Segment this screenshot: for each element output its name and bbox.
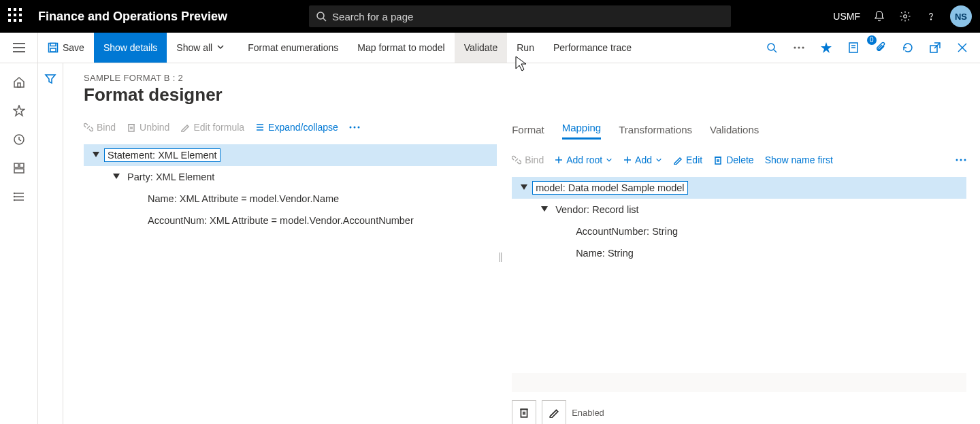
page-icon[interactable] xyxy=(844,38,863,57)
mapping-bind-button[interactable]: Bind xyxy=(512,154,544,165)
tree-row[interactable]: AccountNum: XML Attribute = model.Vendor… xyxy=(84,210,497,231)
bind-button[interactable]: Bind xyxy=(84,122,116,133)
more-horizontal-icon[interactable] xyxy=(789,38,808,57)
mapping-more-icon[interactable] xyxy=(956,159,966,161)
svg-point-21 xyxy=(794,46,796,48)
tree-caret-icon[interactable] xyxy=(536,204,553,215)
show-all-label: Show all xyxy=(176,42,212,53)
tree-row[interactable]: Party: XML Element xyxy=(84,166,497,188)
format-tree-toolbar: Bind Unbind Edit formula Expand/collapse xyxy=(84,115,497,140)
svg-point-11 xyxy=(904,15,907,18)
avatar[interactable]: NS xyxy=(950,5,972,27)
global-search[interactable]: Search for a page xyxy=(309,5,731,27)
edit-formula-button[interactable]: Edit formula xyxy=(180,122,244,133)
tree-row[interactable]: AccountNumber: String xyxy=(512,221,966,242)
svg-point-9 xyxy=(317,12,324,19)
attachments-icon[interactable]: 0 xyxy=(871,38,890,57)
tree-caret-icon[interactable] xyxy=(516,182,532,193)
unbind-button[interactable]: Unbind xyxy=(127,122,169,133)
workspaces-icon[interactable] xyxy=(12,161,26,175)
svg-rect-35 xyxy=(14,163,18,167)
tree-row[interactable]: Vendor: Record list xyxy=(512,199,966,221)
footer-edit-icon[interactable] xyxy=(542,400,566,424)
svg-rect-6 xyxy=(8,19,11,22)
svg-point-53 xyxy=(353,127,355,129)
svg-point-41 xyxy=(14,193,14,194)
attachments-badge: 0 xyxy=(867,35,877,45)
show-details-button[interactable]: Show details xyxy=(94,33,167,63)
svg-point-52 xyxy=(349,127,351,129)
svg-rect-8 xyxy=(19,19,22,22)
show-name-first-button[interactable]: Show name first xyxy=(765,154,833,165)
popout-icon[interactable] xyxy=(926,38,945,57)
run-button[interactable]: Run xyxy=(507,33,544,63)
tree-row[interactable]: Statement: XML Element xyxy=(84,144,497,166)
svg-marker-44 xyxy=(46,75,55,83)
format-tree[interactable]: Statement: XML ElementParty: XML Element… xyxy=(84,144,497,231)
svg-marker-55 xyxy=(93,152,99,157)
close-icon[interactable] xyxy=(953,38,972,57)
svg-rect-70 xyxy=(521,409,527,417)
footer-delete-icon[interactable] xyxy=(512,400,536,424)
format-enumerations-button[interactable]: Format enumerations xyxy=(238,33,348,63)
refresh-icon[interactable] xyxy=(898,38,917,57)
expand-collapse-label: Expand/collapse xyxy=(268,122,338,133)
tab-format[interactable]: Format xyxy=(512,124,544,140)
legal-entity[interactable]: USMF xyxy=(833,11,860,22)
svg-rect-17 xyxy=(50,44,56,46)
home-icon[interactable] xyxy=(12,76,26,89)
modules-icon[interactable] xyxy=(12,190,26,203)
recent-icon[interactable] xyxy=(12,133,26,146)
svg-rect-3 xyxy=(8,14,11,16)
left-nav-rail xyxy=(0,63,38,424)
save-button[interactable]: Save xyxy=(38,33,94,63)
delete-label: Delete xyxy=(726,154,753,165)
tree-row[interactable]: Name: String xyxy=(512,242,966,264)
filter-icon[interactable] xyxy=(44,73,56,424)
page-title: Format designer xyxy=(84,84,966,105)
svg-marker-33 xyxy=(14,105,24,116)
tree-node-label: Vendor: Record list xyxy=(553,203,642,216)
gear-icon[interactable] xyxy=(898,10,912,23)
save-button-label: Save xyxy=(63,42,84,53)
tab-validations[interactable]: Validations xyxy=(710,124,759,140)
add-root-button[interactable]: Add root xyxy=(555,154,612,165)
tree-row[interactable]: Name: XML Attribute = model.Vendor.Name xyxy=(84,188,497,210)
hamburger-icon[interactable] xyxy=(0,33,38,63)
performance-trace-button[interactable]: Performance trace xyxy=(544,33,641,63)
svg-marker-69 xyxy=(541,206,548,212)
right-tabs: Format Mapping Transformations Validatio… xyxy=(512,115,966,140)
add-button[interactable]: Add xyxy=(623,154,662,165)
add-label: Add xyxy=(635,154,652,165)
more-icon[interactable] xyxy=(349,126,360,129)
delete-button[interactable]: Delete xyxy=(713,154,753,165)
star-icon[interactable] xyxy=(12,104,26,118)
search-placeholder: Search for a page xyxy=(332,11,413,22)
find-icon[interactable] xyxy=(762,38,781,57)
help-icon[interactable] xyxy=(924,10,938,23)
mapping-footer: Enabled xyxy=(512,396,966,424)
tree-caret-icon[interactable] xyxy=(108,172,125,182)
splitter[interactable]: ‖ xyxy=(497,115,504,424)
show-all-button[interactable]: Show all xyxy=(167,33,238,63)
bell-icon[interactable] xyxy=(872,10,886,23)
expand-collapse-button[interactable]: Expand/collapse xyxy=(255,122,338,133)
svg-point-22 xyxy=(798,46,800,48)
validate-button[interactable]: Validate xyxy=(455,33,508,63)
svg-marker-68 xyxy=(521,184,527,190)
svg-point-67 xyxy=(964,159,966,161)
mapping-tree[interactable]: model: Data model Sample modelVendor: Re… xyxy=(512,176,966,264)
tree-row[interactable]: model: Data model Sample model xyxy=(512,177,966,199)
map-format-to-model-button[interactable]: Map format to model xyxy=(348,33,454,63)
options-icon[interactable] xyxy=(817,38,836,57)
edit-button[interactable]: Edit xyxy=(673,154,702,165)
waffle-icon[interactable] xyxy=(8,8,24,25)
svg-line-10 xyxy=(323,18,326,21)
tree-caret-icon[interactable] xyxy=(88,150,104,161)
tab-mapping[interactable]: Mapping xyxy=(562,122,602,140)
tab-transformations[interactable]: Transformations xyxy=(619,124,692,140)
svg-line-20 xyxy=(774,50,777,52)
svg-rect-1 xyxy=(14,8,16,11)
svg-point-65 xyxy=(956,159,958,161)
tree-node-label: AccountNum: XML Attribute = model.Vendor… xyxy=(145,214,416,227)
